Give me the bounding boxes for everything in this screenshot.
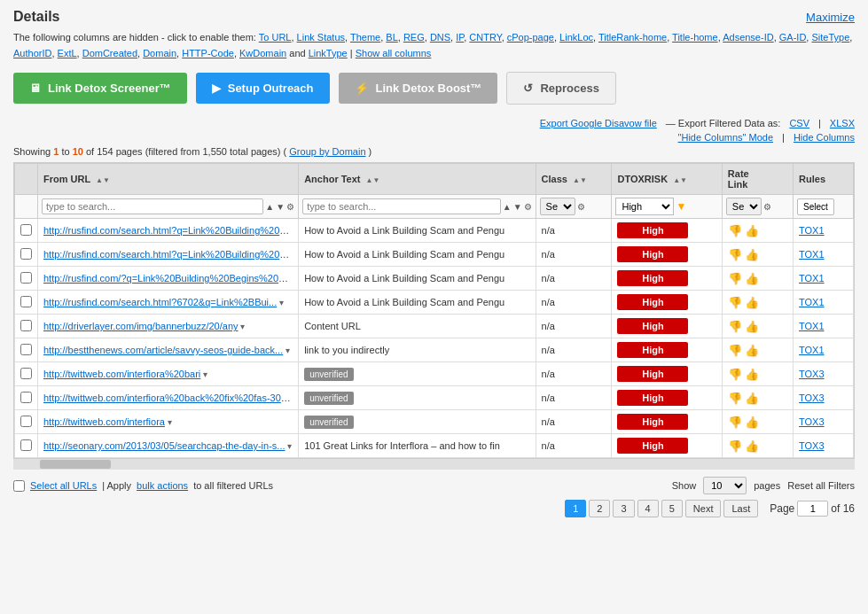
group-by-domain-link[interactable]: Group by Domain [289,146,365,157]
hide-columns-mode-link[interactable]: "Hide Columns" Mode [678,132,773,143]
anchor-filter-input[interactable] [302,198,501,214]
hidden-col-adsense[interactable]: Adsense-ID [723,32,773,43]
hidden-col-dns[interactable]: DNS [430,32,450,43]
row-checkbox-10[interactable] [20,439,32,451]
hidden-col-ip[interactable]: IP [456,32,464,43]
thumb-down-icon-6[interactable]: 👎 [728,344,742,357]
hidden-col-authorid[interactable]: AuthorID [13,48,51,58]
col-dtoxrisk[interactable]: DTOXRISK ▲▼ [612,164,722,195]
hidden-col-reg[interactable]: REG [403,32,425,43]
col-class[interactable]: Class ▲▼ [536,164,612,195]
bulk-actions-link[interactable]: bulk actions [137,480,188,491]
hidden-col-http-code[interactable]: HTTP-Code [182,48,234,58]
row-url-link-7[interactable]: http://twittweb.com/interfiora%20bari [43,369,200,379]
thumb-up-icon-9[interactable]: 👍 [745,416,759,429]
row-url-link-1[interactable]: http://rusfind.com/search.html?q=Link%20… [43,225,294,236]
url-dropdown-icon-1[interactable]: ▾ [294,226,299,236]
show-all-columns-link[interactable]: Show all columns [356,48,432,58]
hidden-col-to-url[interactable]: To URL [259,32,292,43]
thumb-down-icon-10[interactable]: 👎 [728,439,742,453]
class-filter-select[interactable]: Se [540,198,575,215]
tox-link-10[interactable]: TOX3 [799,440,825,451]
hidden-col-domcreated[interactable]: DomCreated [82,48,137,58]
col-anchor-text[interactable]: Anchor Text ▲▼ [299,164,536,195]
tox-link-2[interactable]: TOX1 [799,249,825,260]
col-rules[interactable]: Rules [794,164,854,195]
select-button[interactable]: Select [797,198,834,215]
horizontal-scrollbar[interactable] [13,459,855,470]
thumb-down-icon-7[interactable]: 👎 [728,368,742,381]
row-checkbox-1[interactable] [20,224,32,236]
thumb-up-icon-2[interactable]: 👍 [745,248,759,261]
page-2-button[interactable]: 2 [589,500,610,517]
dtoxrisk-filter-icon[interactable]: ▼ [676,200,686,213]
row-checkbox-4[interactable] [20,296,32,307]
hidden-col-sitetype[interactable]: SiteType [811,32,849,43]
maximize-link[interactable]: Maximize [806,11,855,24]
url-dropdown-icon-2[interactable]: ▾ [294,250,299,260]
rate-filter-icon[interactable]: ⚙ [763,202,771,212]
url-dropdown-icon-9[interactable]: ▾ [165,417,172,427]
thumb-up-icon-3[interactable]: 👍 [745,272,759,285]
hidden-col-cntry[interactable]: CNTRY [469,32,501,43]
row-url-link-2[interactable]: http://rusfind.com/search.html?q=Link%20… [43,249,294,260]
anchor-sort-asc-icon[interactable]: ▲ [503,202,512,212]
hidden-col-linktype[interactable]: LinkType [309,48,348,58]
thumb-down-icon-5[interactable]: 👎 [728,320,742,333]
col-from-url[interactable]: From URL ▲▼ [38,164,299,195]
thumb-up-icon-1[interactable]: 👍 [745,224,759,237]
hidden-col-linkloc[interactable]: LinkLoc [559,32,593,43]
hidden-col-bl[interactable]: BL [386,32,397,43]
scrollbar-thumb[interactable] [40,460,111,469]
tox-link-5[interactable]: TOX1 [799,321,825,331]
reprocess-button[interactable]: ↺ Reprocess [506,72,615,105]
hidden-col-extl[interactable]: ExtL [58,48,77,58]
url-dropdown-icon-7[interactable]: ▾ [200,369,207,379]
select-all-checkbox[interactable] [13,480,25,492]
row-url-link-8[interactable]: http://twittweb.com/interfiora%20back%20… [43,392,291,403]
thumb-down-icon-8[interactable]: 👎 [728,392,742,405]
page-4-button[interactable]: 4 [637,500,659,517]
tox-link-1[interactable]: TOX1 [799,225,825,236]
thumb-up-icon-8[interactable]: 👍 [745,392,759,405]
thumb-down-icon-9[interactable]: 👎 [728,416,742,429]
link-detox-boost-button[interactable]: ⚡ Link Detox Boost™ [339,73,498,104]
tox-link-9[interactable]: TOX3 [799,416,825,427]
select-all-urls-link[interactable]: Select all URLs [30,480,97,491]
row-checkbox-7[interactable] [20,368,32,379]
hidden-col-theme[interactable]: Theme [350,32,380,43]
dtoxrisk-filter-select[interactable]: High Medium Low [615,198,674,215]
page-5-button[interactable]: 5 [661,500,683,517]
thumb-up-icon-4[interactable]: 👍 [745,296,759,309]
from-url-sort-asc-icon[interactable]: ▲ [265,202,274,212]
hidden-col-titlerank[interactable]: TitleRank-home [598,32,667,43]
hidden-col-ga-id[interactable]: GA-ID [779,32,807,43]
row-checkbox-9[interactable] [20,416,32,427]
next-button[interactable]: Next [685,500,722,517]
row-url-link-5[interactable]: http://driverlayer.com/img/bannerbuzz/20… [43,321,239,331]
from-url-sort-desc-icon[interactable]: ▼ [276,202,285,212]
last-button[interactable]: Last [723,500,758,517]
row-url-link-9[interactable]: http://twittweb.com/interfiora [43,416,165,427]
row-checkbox-3[interactable] [20,272,32,284]
thumb-up-icon-10[interactable]: 👍 [745,439,759,453]
tox-link-7[interactable]: TOX3 [799,369,825,379]
thumb-down-icon-1[interactable]: 👎 [728,224,742,237]
row-checkbox-2[interactable] [20,248,32,260]
thumb-down-icon-3[interactable]: 👎 [728,272,742,285]
anchor-filter-icon[interactable]: ⚙ [524,202,532,212]
row-url-link-3[interactable]: http://rusfind.com/?q=Link%20Building%20… [43,273,299,284]
col-rate-link[interactable]: RateLink [722,164,793,195]
page-1-button[interactable]: 1 [565,500,586,517]
row-checkbox-8[interactable] [20,392,32,403]
tox-link-4[interactable]: TOX1 [799,297,825,307]
tox-link-3[interactable]: TOX1 [799,273,825,284]
row-url-link-6[interactable]: http://bestthenews.com/article/savvy-seo… [43,345,283,355]
from-url-filter-icon[interactable]: ⚙ [286,202,294,212]
reset-filters-link[interactable]: Reset all Filters [787,480,855,491]
page-input[interactable] [797,501,828,517]
export-disavow-link[interactable]: Export Google Disavow file [540,118,657,128]
row-checkbox-6[interactable] [20,344,32,355]
tox-link-8[interactable]: TOX3 [799,392,825,403]
thumb-down-icon-2[interactable]: 👎 [728,248,742,261]
